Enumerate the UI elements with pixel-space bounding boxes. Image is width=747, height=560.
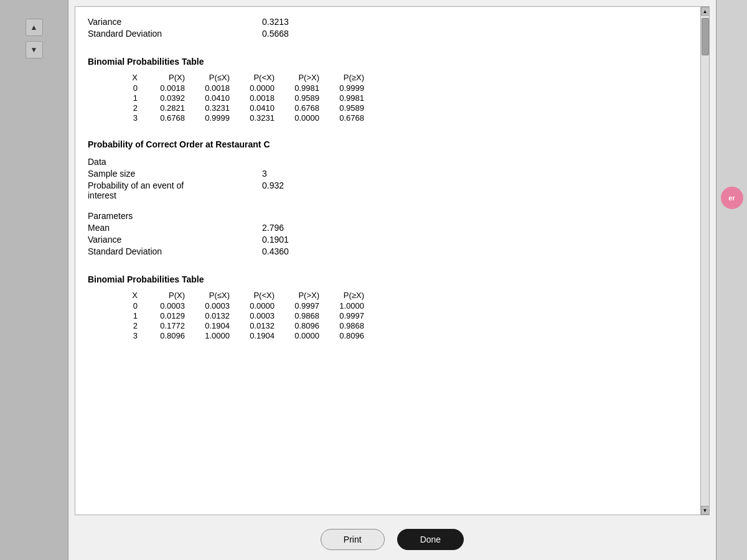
table2-title: Binomial Probabilities Table (88, 274, 684, 284)
scrollbar-up-arrow[interactable]: ▲ (701, 7, 710, 16)
table-row: 3 0.8096 1.0000 0.1904 0.0000 0.8096 (125, 331, 684, 340)
content-panel: Variance 0.3213 Standard Deviation 0.566… (75, 6, 710, 515)
mean2-label: Mean (88, 223, 212, 233)
prob-table-1: X P(X) P(≤X) P(<X) P(>X) P(≥X) 0 0.0018 … (125, 73, 684, 123)
scrollbar-thumb[interactable] (702, 18, 709, 55)
left-sidebar: ▲ ▼ (0, 0, 68, 560)
col-pgtx-header2: P(>X) (277, 291, 322, 300)
variance-value: 0.3213 (262, 17, 289, 27)
content-inner: Variance 0.3213 Standard Deviation 0.566… (88, 17, 697, 340)
right-sidebar: er (716, 0, 747, 560)
table-row: 0 0.0018 0.0018 0.0000 0.9981 0.9999 (125, 83, 684, 93)
col-pgtx-header: P(>X) (277, 73, 322, 82)
data-label: Data (88, 157, 212, 167)
table-row: 0 0.0003 0.0003 0.0000 0.9997 1.0000 (125, 301, 684, 310)
right-badge: er (721, 187, 743, 209)
prob-event-row: Probability of an event of interest 0.93… (88, 180, 684, 200)
col-px-header2: P(X) (143, 291, 187, 300)
table1-title: Binomial Probabilities Table (88, 57, 684, 67)
variance2-row: Variance 0.1901 (88, 235, 684, 245)
col-x-header2: X (125, 291, 143, 300)
stddev-label: Standard Deviation (88, 29, 212, 39)
table-row: 1 0.0129 0.0132 0.0003 0.9868 0.9997 (125, 311, 684, 320)
table-row: 2 0.1772 0.1904 0.0132 0.8096 0.9868 (125, 321, 684, 330)
main-content: Variance 0.3213 Standard Deviation 0.566… (68, 0, 716, 560)
params2-title-row: Parameters (88, 211, 684, 221)
prob-event-value: 0.932 (262, 180, 284, 200)
done-button[interactable]: Done (397, 529, 464, 550)
col-pltx-header: P(<X) (232, 73, 277, 82)
stddev-row: Standard Deviation 0.5668 (88, 29, 684, 39)
table1-header: X P(X) P(≤X) P(<X) P(>X) P(≥X) (125, 73, 684, 82)
scrollbar-track: ▲ ▼ (700, 7, 709, 515)
stddev2-label: Standard Deviation (88, 246, 212, 256)
mean2-row: Mean 2.796 (88, 223, 684, 233)
params2-title: Parameters (88, 211, 212, 221)
sample-size-label: Sample size (88, 169, 212, 179)
bottom-bar: Print Done (68, 521, 716, 560)
prob-event-label: Probability of an event of interest (88, 180, 212, 200)
table-row: 1 0.0392 0.0410 0.0018 0.9589 0.9981 (125, 93, 684, 103)
print-button[interactable]: Print (321, 529, 385, 550)
variance2-label: Variance (88, 235, 212, 245)
col-plex-header: P(≤X) (187, 73, 232, 82)
arrow-down-button[interactable]: ▼ (26, 41, 43, 58)
variance2-value: 0.1901 (262, 235, 289, 245)
table2-header: X P(X) P(≤X) P(<X) P(>X) P(≥X) (125, 291, 684, 300)
col-pgex-header2: P(≥X) (322, 291, 367, 300)
stddev2-row: Standard Deviation 0.4360 (88, 246, 684, 256)
col-pgex-header: P(≥X) (322, 73, 367, 82)
col-pltx-header2: P(<X) (232, 291, 277, 300)
prob-table-2: X P(X) P(≤X) P(<X) P(>X) P(≥X) 0 0.0003 … (125, 291, 684, 340)
table-row: 3 0.6768 0.9999 0.3231 0.0000 0.6768 (125, 113, 684, 123)
mean2-value: 2.796 (262, 223, 284, 233)
stddev-value: 0.5668 (262, 29, 289, 39)
data-label-row: Data (88, 157, 684, 167)
sample-size-value: 3 (262, 169, 267, 179)
stddev2-value: 0.4360 (262, 246, 289, 256)
col-plex-header2: P(≤X) (187, 291, 232, 300)
scrollbar-down-arrow[interactable]: ▼ (701, 506, 710, 515)
arrow-up-button[interactable]: ▲ (26, 19, 43, 36)
variance-label: Variance (88, 17, 212, 27)
table-row: 2 0.2821 0.3231 0.0410 0.6768 0.9589 (125, 103, 684, 113)
app-container: ▲ ▼ Variance 0.3213 Standard Deviation 0… (0, 0, 747, 560)
sample-size-row: Sample size 3 (88, 169, 684, 179)
section2-title: Probability of Correct Order at Restaura… (88, 139, 684, 149)
col-px-header: P(X) (143, 73, 187, 82)
col-x-header: X (125, 73, 143, 82)
variance-row: Variance 0.3213 (88, 17, 684, 27)
